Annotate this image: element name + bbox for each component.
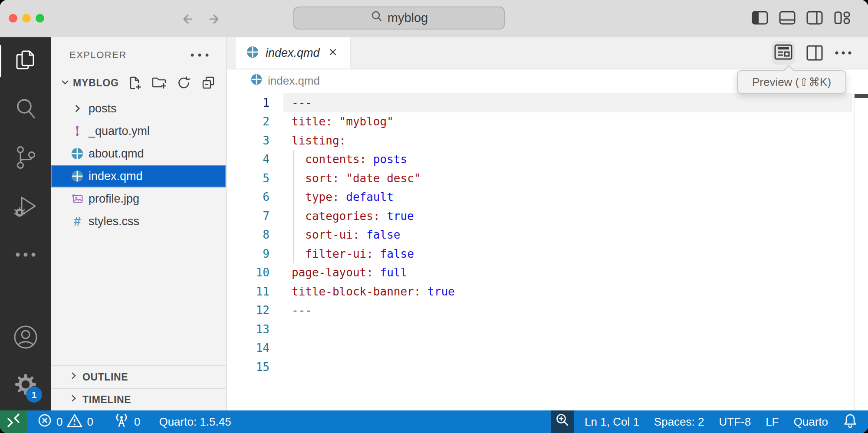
customize-layout-icon[interactable] bbox=[833, 10, 851, 25]
file-label: _quarto.yml bbox=[89, 125, 150, 138]
code-line-11[interactable]: 11title-block-banner: true bbox=[227, 282, 868, 301]
tree-item-styles.css[interactable]: #styles.css bbox=[51, 210, 226, 233]
tab-index-qmd[interactable]: index.qmd bbox=[236, 37, 351, 69]
eol-status[interactable]: LF bbox=[758, 410, 786, 433]
code-line-8[interactable]: 8 sort-ui: false bbox=[227, 226, 868, 245]
line-number: 6 bbox=[227, 190, 275, 203]
code-line-3[interactable]: 3listing: bbox=[227, 131, 868, 150]
code-line-9[interactable]: 9 filter-ui: false bbox=[227, 244, 868, 263]
code-lines: 1---2title: "myblog"3listing:4 contents:… bbox=[227, 92, 868, 377]
code-line-14[interactable]: 14 bbox=[227, 339, 868, 358]
code-text: page-layout: full bbox=[275, 266, 407, 279]
toggle-sidebar-icon[interactable] bbox=[751, 10, 769, 25]
forward-arrow-icon[interactable] bbox=[204, 10, 223, 29]
activitybar-more[interactable] bbox=[0, 242, 51, 269]
breadcrumb-file: index.qmd bbox=[268, 74, 320, 88]
line-col-label: Ln 1, Col 1 bbox=[585, 415, 639, 429]
toggle-panel-icon[interactable] bbox=[779, 10, 796, 25]
account-icon bbox=[13, 344, 38, 351]
close-window-button[interactable] bbox=[9, 14, 17, 23]
search-icon bbox=[12, 95, 39, 124]
activitybar-search[interactable] bbox=[0, 96, 51, 123]
line-number: 11 bbox=[227, 285, 275, 298]
code-editor[interactable]: 1---2title: "myblog"3listing:4 contents:… bbox=[227, 92, 868, 410]
tree-item-index.qmd[interactable]: index.qmd bbox=[51, 165, 226, 187]
activitybar-run-debug[interactable] bbox=[0, 194, 51, 220]
code-line-2[interactable]: 2title: "myblog" bbox=[227, 112, 868, 131]
new-file-icon[interactable] bbox=[127, 75, 142, 90]
views-more-actions-icon[interactable] bbox=[190, 53, 210, 57]
activitybar-explorer[interactable] bbox=[0, 48, 51, 75]
code-line-10[interactable]: 10page-layout: full bbox=[227, 263, 868, 282]
preview-icon bbox=[773, 43, 793, 63]
overview-ruler[interactable] bbox=[854, 92, 855, 410]
project-name: MYBLOG bbox=[73, 77, 119, 89]
tree-item-profile.jpg[interactable]: profile.jpg bbox=[51, 187, 226, 210]
split-editor-icon[interactable] bbox=[806, 44, 824, 62]
code-line-7[interactable]: 7 categories: true bbox=[227, 207, 868, 226]
error-icon bbox=[37, 413, 52, 431]
remote-indicator[interactable] bbox=[0, 410, 27, 433]
sidebar-bottom-sections: OUTLINE TIMELINE bbox=[51, 365, 226, 410]
quarto-version-status[interactable]: Quarto: 1.5.45 bbox=[148, 410, 238, 433]
status-bar-right: Ln 1, Col 1 Spaces: 2 UTF-8 LF Quarto bbox=[551, 410, 868, 433]
indent-guide bbox=[293, 150, 294, 263]
code-text: categories: true bbox=[275, 210, 414, 223]
tree-item-about.qmd[interactable]: about.qmd bbox=[51, 142, 226, 165]
indentation-status[interactable]: Spaces: 2 bbox=[647, 410, 712, 433]
code-text: --- bbox=[275, 304, 312, 317]
section-label: TIMELINE bbox=[82, 394, 131, 406]
tree-item-posts[interactable]: posts bbox=[51, 97, 226, 120]
broadcast-status[interactable]: 0 bbox=[101, 410, 148, 433]
code-line-5[interactable]: 5 sort: "date desc" bbox=[227, 169, 868, 188]
activitybar-accounts[interactable] bbox=[13, 325, 38, 351]
refresh-icon[interactable] bbox=[177, 75, 191, 90]
problems-status[interactable]: 0 0 bbox=[27, 410, 101, 433]
debug-icon bbox=[12, 193, 39, 221]
line-number: 10 bbox=[227, 266, 275, 279]
file-label: profile.jpg bbox=[89, 192, 139, 206]
command-center-search[interactable]: myblog bbox=[293, 7, 505, 30]
close-tab-icon[interactable] bbox=[326, 46, 339, 60]
code-line-4[interactable]: 4 contents: posts bbox=[227, 150, 868, 169]
encoding-status[interactable]: UTF-8 bbox=[711, 410, 758, 433]
code-text: filter-ui: false bbox=[275, 247, 414, 260]
main-area: 1 EXPLORER MYBLOG bbox=[0, 37, 868, 410]
language-mode-status[interactable]: Quarto bbox=[786, 410, 836, 433]
quarto-file-icon bbox=[250, 73, 263, 89]
more-actions-icon[interactable] bbox=[834, 50, 852, 56]
chevron-right-icon bbox=[68, 393, 79, 407]
activitybar-source-control[interactable] bbox=[0, 145, 51, 172]
preview-button[interactable] bbox=[772, 41, 795, 65]
activitybar-settings[interactable]: 1 bbox=[13, 372, 38, 398]
toggle-secondary-sidebar-icon[interactable] bbox=[806, 10, 823, 25]
code-line-15[interactable]: 15 bbox=[227, 358, 868, 377]
outline-section[interactable]: OUTLINE bbox=[51, 365, 226, 388]
notifications-status[interactable] bbox=[835, 410, 868, 433]
tab-label: index.qmd bbox=[266, 46, 320, 60]
code-line-12[interactable]: 12--- bbox=[227, 301, 868, 320]
minimize-window-button[interactable] bbox=[22, 14, 31, 23]
explorer-sidebar: EXPLORER MYBLOG bbox=[51, 37, 227, 410]
chevron-right-icon bbox=[70, 102, 84, 115]
timeline-section[interactable]: TIMELINE bbox=[51, 388, 226, 410]
code-text: contents: posts bbox=[275, 153, 407, 166]
code-line-13[interactable]: 13 bbox=[227, 320, 868, 339]
code-line-6[interactable]: 6 type: default bbox=[227, 188, 868, 207]
project-section-header[interactable]: MYBLOG bbox=[59, 75, 216, 90]
sidebar-header: EXPLORER bbox=[69, 49, 210, 61]
collapse-folders-icon[interactable] bbox=[201, 75, 216, 90]
file-label: posts bbox=[89, 102, 117, 115]
cursor-position-status[interactable]: Ln 1, Col 1 bbox=[574, 410, 647, 433]
back-arrow-icon[interactable] bbox=[179, 10, 198, 29]
tab-bar: index.qmd bbox=[227, 37, 868, 69]
new-folder-icon[interactable] bbox=[151, 75, 167, 90]
code-line-1[interactable]: 1--- bbox=[227, 93, 868, 112]
preview-zoom-button[interactable] bbox=[551, 410, 574, 433]
code-text: sort: "date desc" bbox=[275, 172, 421, 185]
history-nav bbox=[179, 10, 223, 29]
maximize-window-button[interactable] bbox=[36, 14, 44, 23]
tree-item-_quarto.yml[interactable]: !_quarto.yml bbox=[51, 120, 226, 142]
line-number: 14 bbox=[227, 341, 275, 354]
quarto-file-icon bbox=[246, 46, 259, 60]
